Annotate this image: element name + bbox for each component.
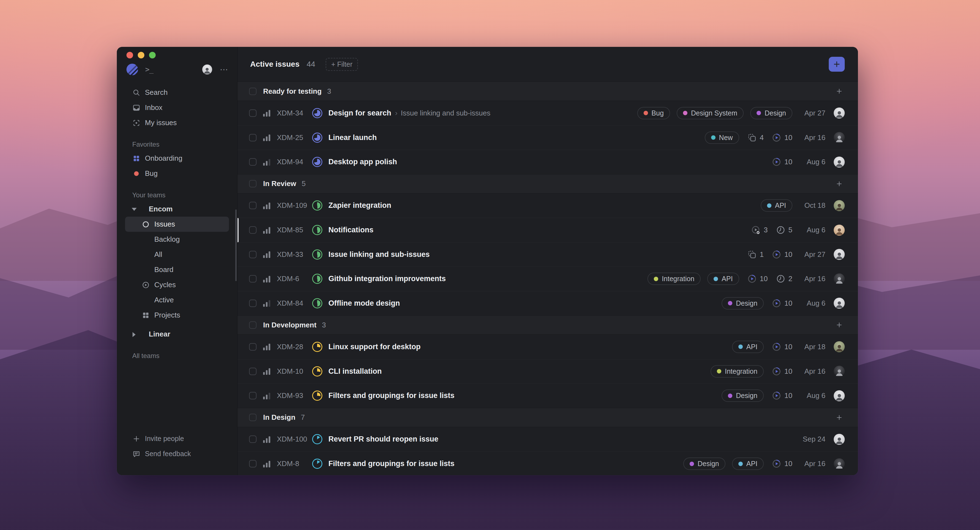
section-checkbox[interactable]	[249, 88, 256, 95]
sidebar-item-search[interactable]: Search	[125, 85, 229, 100]
add-issue-button[interactable]	[834, 88, 845, 95]
add-issue-button[interactable]	[834, 414, 845, 421]
priority-icon[interactable]	[263, 226, 271, 234]
section-checkbox[interactable]	[249, 180, 256, 188]
issue-row[interactable]: XDM-25Linear launchNew410Apr 16	[237, 126, 858, 150]
issue-checkbox[interactable]	[249, 158, 256, 166]
status-icon[interactable]	[312, 458, 322, 469]
label-pill[interactable]: Design	[722, 390, 764, 402]
status-icon[interactable]	[312, 274, 322, 284]
chevron-down-icon[interactable]	[131, 207, 137, 212]
issue-row[interactable]: XDM-8Filters and groupings for issue lis…	[237, 452, 858, 475]
issue-title[interactable]: Offline mode design	[328, 299, 400, 307]
issue-title[interactable]: Github integration improvements	[328, 274, 446, 283]
label-pill[interactable]: Design	[750, 107, 792, 119]
status-icon[interactable]	[312, 390, 322, 401]
priority-icon[interactable]	[263, 202, 271, 209]
issue-checkbox[interactable]	[249, 460, 256, 468]
status-icon[interactable]	[312, 342, 322, 352]
send-feedback-button[interactable]: Send feedback	[125, 446, 229, 462]
close-window-button[interactable]	[126, 52, 133, 59]
issue-checkbox[interactable]	[249, 202, 256, 209]
label-pill[interactable]: Integration	[648, 272, 701, 285]
priority-icon[interactable]	[263, 460, 271, 468]
priority-icon[interactable]	[263, 159, 271, 166]
issue-row[interactable]: XDM-94Desktop app polish10Aug 6	[237, 150, 858, 174]
issue-title[interactable]: Filters and groupings for issue lists	[328, 460, 455, 468]
issue-row[interactable]: XDM-28Linux support for desktopAPI10Apr …	[237, 334, 858, 359]
parent-issue-link[interactable]: ›Issue linking and sub-issues	[395, 109, 490, 118]
assignee-avatar[interactable]	[834, 274, 845, 285]
user-avatar[interactable]	[202, 65, 212, 75]
chevron-right-icon[interactable]	[131, 331, 137, 337]
status-icon[interactable]	[312, 201, 322, 210]
priority-icon[interactable]	[263, 343, 271, 350]
status-icon[interactable]	[312, 366, 322, 377]
section-checkbox[interactable]	[249, 414, 256, 421]
sidebar-item-bug[interactable]: Bug	[125, 166, 229, 181]
sidebar-item-backlog[interactable]: Backlog	[125, 232, 229, 247]
assignee-avatar[interactable]	[834, 458, 845, 470]
label-pill[interactable]: API	[732, 341, 764, 353]
label-pill[interactable]: API	[732, 457, 764, 470]
issue-checkbox[interactable]	[249, 275, 256, 282]
issue-row[interactable]: XDM-93Filters and groupings for issue li…	[237, 384, 858, 408]
label-pill[interactable]: Integration	[711, 365, 764, 377]
status-icon[interactable]	[312, 108, 322, 118]
priority-icon[interactable]	[263, 436, 271, 443]
label-pill[interactable]: Design	[683, 457, 725, 470]
assignee-avatar[interactable]	[834, 224, 845, 236]
issue-checkbox[interactable]	[249, 343, 256, 350]
priority-icon[interactable]	[263, 134, 271, 141]
issue-title[interactable]: Issue linking and sub-issues	[328, 250, 430, 259]
issue-checkbox[interactable]	[249, 134, 256, 142]
sidebar-item-cycles[interactable]: Cycles	[125, 277, 229, 293]
issue-row[interactable]: XDM-10CLI installationIntegration10Apr 1…	[237, 359, 858, 384]
issue-title[interactable]: Desktop app polish	[328, 158, 397, 166]
issue-title[interactable]: Linear launch	[328, 134, 377, 142]
filter-button[interactable]: + Filter	[326, 58, 358, 71]
sidebar-item-inbox[interactable]: Inbox	[125, 100, 229, 115]
assignee-avatar[interactable]	[834, 341, 845, 352]
sidebar-item-my-issues[interactable]: My issues	[125, 115, 229, 131]
priority-icon[interactable]	[263, 299, 271, 307]
status-icon[interactable]	[312, 132, 322, 143]
assignee-avatar[interactable]	[834, 298, 845, 309]
workspace-logo[interactable]	[126, 64, 138, 75]
label-pill[interactable]: Design System	[677, 107, 744, 119]
issue-checkbox[interactable]	[249, 251, 256, 258]
issue-row[interactable]: XDM-34Design for search›Issue linking an…	[237, 101, 858, 126]
issue-checkbox[interactable]	[249, 368, 256, 375]
sidebar-scrollbar-thumb[interactable]	[235, 210, 237, 281]
assignee-avatar[interactable]	[834, 390, 845, 401]
issue-checkbox[interactable]	[249, 392, 256, 399]
priority-icon[interactable]	[263, 392, 271, 399]
status-icon[interactable]	[312, 434, 322, 444]
issue-title[interactable]: Linux support for desktop	[328, 342, 421, 351]
more-options-icon[interactable]: ⋯	[220, 65, 229, 73]
sidebar-item-all[interactable]: All	[125, 247, 229, 262]
section-checkbox[interactable]	[249, 322, 256, 329]
label-pill[interactable]: API	[707, 272, 739, 285]
issue-title[interactable]: Notifications	[328, 226, 374, 234]
issue-row[interactable]: XDM-33Issue linking and sub-issues110Apr…	[237, 242, 858, 267]
issue-checkbox[interactable]	[249, 299, 256, 307]
label-pill[interactable]: Design	[722, 297, 764, 309]
issue-title[interactable]: CLI installation	[328, 367, 382, 376]
sidebar-item-onboarding[interactable]: Onboarding	[125, 151, 229, 166]
priority-icon[interactable]	[263, 251, 271, 258]
status-icon[interactable]	[312, 225, 322, 235]
sidebar-item-projects[interactable]: Projects	[125, 307, 229, 323]
issue-title[interactable]: Zapier integration	[328, 201, 391, 210]
status-icon[interactable]	[312, 157, 322, 167]
team-encom[interactable]: Encom	[125, 202, 229, 216]
new-issue-button[interactable]	[829, 57, 845, 72]
all-teams-label[interactable]: All teams	[125, 350, 229, 362]
issue-title[interactable]: Design for search	[328, 109, 391, 118]
assignee-avatar[interactable]	[834, 200, 845, 211]
add-issue-button[interactable]	[834, 180, 845, 188]
assignee-avatar[interactable]	[834, 156, 845, 167]
priority-icon[interactable]	[263, 275, 271, 282]
team-linear[interactable]: Linear	[125, 326, 229, 342]
issue-row[interactable]: XDM-85Notifications35Aug 6	[237, 218, 858, 242]
